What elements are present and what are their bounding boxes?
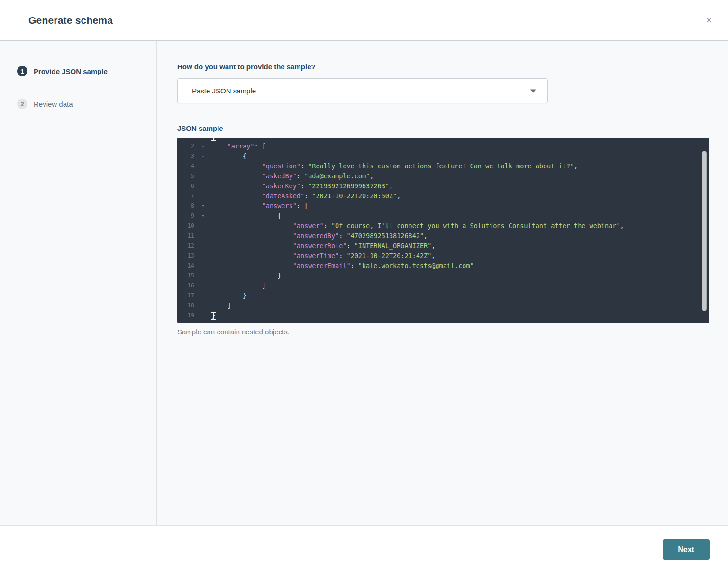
line-number: 18 bbox=[177, 301, 194, 311]
line-number: 3 bbox=[177, 151, 194, 161]
fold-caret-spacer bbox=[194, 311, 212, 321]
fold-caret-icon[interactable]: ▾ bbox=[194, 201, 212, 211]
editor-line: 7"dateAsked": "2021-10-22T20:20:50Z", bbox=[177, 191, 709, 201]
generate-schema-dialog: Generate schema × 1 Provide JSON sample … bbox=[0, 0, 728, 572]
code-text: "askedBy": "ada@example.com", bbox=[212, 171, 709, 181]
code-text: } bbox=[212, 271, 709, 281]
code-text: "answers": [ bbox=[212, 201, 709, 211]
editor-line: 1{ bbox=[177, 138, 709, 141]
editor-line: 18] bbox=[177, 301, 709, 311]
line-number: 2 bbox=[177, 141, 194, 151]
fold-caret-spacer bbox=[194, 241, 212, 251]
editor-line: 11"answeredBy": "470298925138126842", bbox=[177, 231, 709, 241]
fold-caret-spacer bbox=[194, 301, 212, 311]
editor-line: 17} bbox=[177, 291, 709, 301]
steps-sidebar: 1 Provide JSON sample 2 Review data bbox=[0, 41, 157, 525]
editor-line: 3▾{ bbox=[177, 151, 709, 161]
fold-caret-spacer bbox=[194, 221, 212, 231]
line-number: 19 bbox=[177, 311, 194, 321]
page-title: Generate schema bbox=[28, 15, 113, 26]
fold-caret-spacer bbox=[194, 138, 212, 141]
fold-caret-spacer bbox=[194, 181, 212, 191]
line-number: 16 bbox=[177, 281, 194, 291]
step-provide-json-sample[interactable]: 1 Provide JSON sample bbox=[17, 66, 156, 76]
code-text: "dateAsked": "2021-10-22T20:20:50Z", bbox=[212, 191, 709, 201]
code-text: } bbox=[212, 311, 709, 321]
editor-line: 4"question": "Really love this custom ac… bbox=[177, 161, 709, 171]
editor-line: 9▾{ bbox=[177, 211, 709, 221]
code-text: "answerTime": "2021-10-22T20:21:42Z", bbox=[212, 251, 709, 261]
code-text: { bbox=[212, 138, 709, 141]
fold-caret-spacer bbox=[194, 171, 212, 181]
code-text: { bbox=[212, 211, 709, 221]
json-sample-editor[interactable]: 1{2▾"array": [3▾{4"question": "Really lo… bbox=[177, 138, 709, 323]
editor-line: 13"answerTime": "2021-10-22T20:21:42Z", bbox=[177, 251, 709, 261]
dialog-body: 1 Provide JSON sample 2 Review data How … bbox=[0, 41, 728, 526]
dropdown-selected-value: Paste JSON sample bbox=[192, 87, 256, 95]
code-text: "answeredBy": "470298925138126842", bbox=[212, 231, 709, 241]
line-number: 6 bbox=[177, 181, 194, 191]
line-number: 11 bbox=[177, 231, 194, 241]
code-text: "answererEmail": "kale.workato.tests@gma… bbox=[212, 261, 709, 271]
code-text: "question": "Really love this custom act… bbox=[212, 161, 709, 171]
editor-scrollbar-thumb[interactable] bbox=[702, 151, 707, 311]
code-text: { bbox=[212, 151, 709, 161]
line-number: 12 bbox=[177, 241, 194, 251]
sample-helper-text: Sample can contain nested objects. bbox=[177, 328, 728, 336]
code-text: ] bbox=[212, 301, 709, 311]
fold-caret-icon[interactable]: ▾ bbox=[194, 211, 212, 221]
code-text: } bbox=[212, 291, 709, 301]
step-number-badge: 2 bbox=[17, 99, 27, 109]
step-number-badge: 1 bbox=[17, 66, 27, 76]
fold-caret-spacer bbox=[194, 161, 212, 171]
code-text: "answererRole": "INTERNAL_ORGANIZER", bbox=[212, 241, 709, 251]
fold-caret-spacer bbox=[194, 231, 212, 241]
line-number: 7 bbox=[177, 191, 194, 201]
text-cursor bbox=[213, 313, 214, 320]
step-review-data[interactable]: 2 Review data bbox=[17, 99, 156, 109]
sample-method-label: How do you want to provide the sample? bbox=[177, 63, 728, 71]
code-text: "answer": "Of course, I'll connect you w… bbox=[212, 221, 709, 231]
line-number: 14 bbox=[177, 261, 194, 271]
sample-method-dropdown[interactable]: Paste JSON sample bbox=[177, 78, 548, 103]
code-text: ] bbox=[212, 281, 709, 291]
line-number: 4 bbox=[177, 161, 194, 171]
fold-caret-spacer bbox=[194, 251, 212, 261]
fold-caret-spacer bbox=[194, 271, 212, 281]
line-number: 9 bbox=[177, 211, 194, 221]
line-number: 1 bbox=[177, 138, 194, 141]
editor-line: 15} bbox=[177, 271, 709, 281]
line-number: 8 bbox=[177, 201, 194, 211]
step-label: Provide JSON sample bbox=[34, 67, 108, 75]
line-number: 10 bbox=[177, 221, 194, 231]
fold-caret-icon[interactable]: ▾ bbox=[194, 141, 212, 151]
main-content: How do you want to provide the sample? P… bbox=[157, 41, 728, 525]
fold-caret-spacer bbox=[194, 191, 212, 201]
code-text: "askerKey": "2219392126999637263", bbox=[212, 181, 709, 191]
dialog-header: Generate schema × bbox=[0, 0, 728, 41]
json-editor-lines: 1{2▾"array": [3▾{4"question": "Really lo… bbox=[177, 138, 709, 321]
code-text: "array": [ bbox=[212, 141, 709, 151]
editor-line: 19} bbox=[177, 311, 709, 321]
dialog-footer: Next bbox=[0, 526, 728, 572]
editor-line: 6"askerKey": "2219392126999637263", bbox=[177, 181, 709, 191]
text-cursor bbox=[213, 138, 214, 140]
step-label: Review data bbox=[34, 100, 73, 108]
next-button[interactable]: Next bbox=[663, 539, 710, 560]
line-number: 5 bbox=[177, 171, 194, 181]
editor-line: 14"answererEmail": "kale.workato.tests@g… bbox=[177, 261, 709, 271]
line-number: 17 bbox=[177, 291, 194, 301]
editor-line: 8▾"answers": [ bbox=[177, 201, 709, 211]
line-number: 13 bbox=[177, 251, 194, 261]
chevron-down-icon bbox=[530, 89, 536, 92]
editor-line: 16] bbox=[177, 281, 709, 291]
fold-caret-spacer bbox=[194, 261, 212, 271]
json-sample-label: JSON sample bbox=[177, 124, 728, 132]
editor-line: 12"answererRole": "INTERNAL_ORGANIZER", bbox=[177, 241, 709, 251]
fold-caret-icon[interactable]: ▾ bbox=[194, 151, 212, 161]
editor-line: 5"askedBy": "ada@example.com", bbox=[177, 171, 709, 181]
close-icon[interactable]: × bbox=[701, 12, 718, 29]
fold-caret-spacer bbox=[194, 281, 212, 291]
line-number: 15 bbox=[177, 271, 194, 281]
editor-line: 10"answer": "Of course, I'll connect you… bbox=[177, 221, 709, 231]
